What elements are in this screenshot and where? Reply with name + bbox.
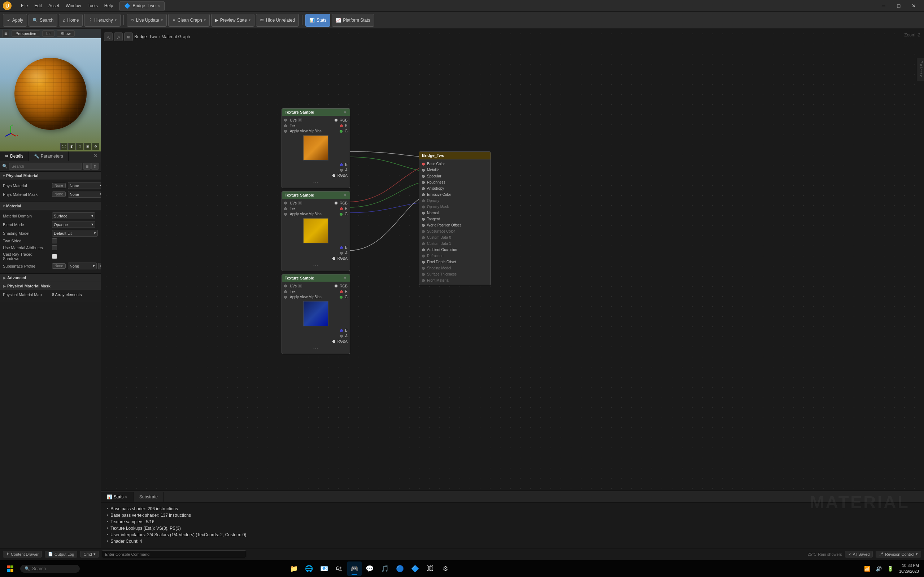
console-input[interactable] bbox=[102, 550, 246, 558]
port-mip-in[interactable] bbox=[284, 130, 287, 133]
front-mat-port[interactable] bbox=[422, 279, 425, 282]
texture-sample-node-3[interactable]: Texture Sample ▼ UVs 0 RGB Tex R bbox=[281, 274, 350, 354]
taskbar-app-spotify[interactable]: 🎵 bbox=[378, 561, 392, 576]
system-clock[interactable]: 10:33 PM 10/29/2023 bbox=[897, 563, 921, 574]
preview-state-button[interactable]: ▶ Preview State ▾ bbox=[211, 14, 254, 27]
port2-uvs-in[interactable] bbox=[284, 201, 287, 205]
output-port-shading-model[interactable]: Shading Model bbox=[419, 265, 491, 271]
close-button[interactable]: ✕ bbox=[907, 2, 921, 10]
output-port-ao[interactable]: Ambient Occlusion bbox=[419, 247, 491, 253]
texture-node-2-collapse[interactable]: ▼ bbox=[343, 193, 347, 197]
menu-edit[interactable]: Edit bbox=[31, 3, 45, 9]
port-a-out[interactable] bbox=[340, 169, 343, 172]
apply-button[interactable]: ✓ Apply bbox=[3, 14, 27, 27]
nav-back-button[interactable]: ◁ bbox=[104, 32, 113, 41]
volume-icon[interactable]: 🔊 bbox=[874, 564, 884, 574]
port2-a-out[interactable] bbox=[340, 252, 343, 255]
output-port-emissive[interactable]: Emissive Color bbox=[419, 192, 491, 198]
clean-graph-button[interactable]: ✦ Clean Graph ▾ bbox=[168, 14, 210, 27]
port3-uvs-in[interactable] bbox=[284, 285, 287, 287]
minimize-button[interactable]: ─ bbox=[876, 2, 891, 10]
texture-node-3-expand[interactable]: ⋯ bbox=[282, 344, 350, 352]
hide-unrelated-button[interactable]: 👁 Hide Unrelated bbox=[256, 14, 299, 27]
substrate-tab[interactable]: Substrate bbox=[134, 492, 164, 501]
details-search-input[interactable] bbox=[9, 163, 82, 170]
port2-rgba-out[interactable] bbox=[333, 257, 335, 260]
stats-tab-close[interactable]: × bbox=[125, 495, 127, 499]
show-button[interactable]: Show bbox=[57, 30, 75, 37]
tab-details[interactable]: ✏ Details bbox=[0, 152, 29, 161]
port3-rgba-out[interactable] bbox=[333, 340, 335, 343]
port2-mip-in[interactable] bbox=[284, 213, 287, 216]
output-port-custom1[interactable]: Custom Data 1 bbox=[419, 240, 491, 247]
texture-node-1-expand[interactable]: ⋯ bbox=[282, 178, 350, 187]
cast-ray-checkbox[interactable] bbox=[52, 254, 57, 259]
platform-stats-button[interactable]: 📈 Platform Stats bbox=[332, 14, 374, 27]
subsurface-select[interactable]: None ▾ bbox=[68, 263, 97, 269]
battery-icon[interactable]: 🔋 bbox=[885, 564, 895, 574]
tangent-port[interactable] bbox=[422, 218, 425, 221]
perspective-button[interactable]: Perspective bbox=[11, 30, 40, 37]
output-port-pixel-depth[interactable]: Pixel Depth Offset bbox=[419, 259, 491, 265]
material-domain-select[interactable]: Surface ▾ bbox=[52, 213, 95, 219]
port-b-out[interactable] bbox=[340, 163, 343, 166]
pixel-depth-port[interactable] bbox=[422, 261, 425, 264]
anisotropy-port[interactable] bbox=[422, 187, 425, 190]
hamburger-menu-icon[interactable]: ☰ bbox=[2, 30, 10, 37]
stats-button[interactable]: 📊 Stats bbox=[305, 14, 330, 27]
port3-r-out[interactable] bbox=[340, 290, 343, 293]
home-button[interactable]: ⌂ Home bbox=[59, 14, 82, 27]
normal-port[interactable] bbox=[422, 212, 425, 214]
palette-sidebar[interactable]: Palette bbox=[917, 58, 924, 81]
menu-file[interactable]: File bbox=[18, 3, 31, 9]
port3-a-out[interactable] bbox=[340, 335, 343, 338]
shading-model-port[interactable] bbox=[422, 267, 425, 270]
output-port-anisotropy[interactable]: Anisotropy bbox=[419, 185, 491, 192]
windows-start-button[interactable] bbox=[3, 561, 17, 576]
menu-window[interactable]: Window bbox=[63, 3, 84, 9]
viewport-ctrl-5[interactable]: ⚙ bbox=[92, 143, 99, 150]
output-port-specular[interactable]: Specular bbox=[419, 173, 491, 179]
texture-node-1-collapse[interactable]: ▼ bbox=[343, 110, 347, 114]
output-port-normal[interactable]: Normal bbox=[419, 210, 491, 216]
taskbar-app-explorer[interactable]: 📁 bbox=[287, 561, 301, 576]
hierarchy-button[interactable]: ⋮ Hierarchy ▾ bbox=[84, 14, 120, 27]
opacity-port[interactable] bbox=[422, 200, 425, 202]
live-update-button[interactable]: ⟳ Live Update ▾ bbox=[127, 14, 167, 27]
material-graph-area[interactable]: ◁ ▷ ⊞ Bridge_Two › Material Graph Zoom -… bbox=[101, 29, 924, 548]
tab-parameters[interactable]: 🔧 Parameters bbox=[29, 152, 69, 161]
viewport-ctrl-1[interactable]: ⛶ bbox=[60, 143, 68, 150]
output-log-button[interactable]: 📄 Output Log bbox=[45, 551, 77, 558]
port-g-out[interactable] bbox=[340, 130, 342, 133]
custom1-port[interactable] bbox=[422, 242, 425, 245]
all-saved-button[interactable]: ✓ All Saved bbox=[845, 551, 873, 558]
port3-g-out[interactable] bbox=[340, 296, 342, 298]
viewport-ctrl-3[interactable]: □ bbox=[76, 143, 83, 150]
texture-node-3-collapse[interactable]: ▼ bbox=[343, 276, 347, 280]
surface-thick-port[interactable] bbox=[422, 273, 425, 276]
port3-b-out[interactable] bbox=[340, 329, 343, 332]
output-port-front-mat[interactable]: Front Material bbox=[419, 277, 491, 284]
settings-icon[interactable]: ⚙ bbox=[91, 163, 99, 170]
output-port-opacity-mask[interactable]: Opacity Mask bbox=[419, 204, 491, 210]
phys-mat-select[interactable]: None ▾ bbox=[68, 182, 101, 189]
stats-tab[interactable]: 📊 Stats × bbox=[101, 492, 134, 501]
taskbar-app-ue5[interactable]: 🎮 bbox=[347, 561, 362, 576]
texture-node-2-expand[interactable]: ⋯ bbox=[282, 261, 350, 269]
viewport-ctrl-2[interactable]: ◧ bbox=[68, 143, 76, 150]
opacity-mask-port[interactable] bbox=[422, 206, 425, 208]
maximize-button[interactable]: □ bbox=[892, 2, 906, 10]
active-tab[interactable]: 🔷 Bridge_Two × bbox=[120, 1, 165, 10]
use-material-attrs-checkbox[interactable] bbox=[52, 245, 57, 250]
output-port-metallic[interactable]: Metallic bbox=[419, 167, 491, 173]
output-port-subsurface[interactable]: Subsurface Color bbox=[419, 228, 491, 234]
taskbar-search-box[interactable]: 🔍 bbox=[20, 565, 80, 573]
port-r-out[interactable] bbox=[340, 124, 343, 127]
texture-sample-node-2[interactable]: Texture Sample ▼ UVs 0 RGB Tex R bbox=[281, 191, 350, 271]
network-icon[interactable]: 📶 bbox=[862, 564, 872, 574]
port2-tex-in[interactable] bbox=[284, 207, 287, 210]
nav-forward-button[interactable]: ▷ bbox=[114, 32, 123, 41]
port-rgba-out[interactable] bbox=[333, 174, 335, 177]
cmd-button[interactable]: Cmd ▾ bbox=[80, 551, 99, 558]
custom0-port[interactable] bbox=[422, 236, 425, 239]
